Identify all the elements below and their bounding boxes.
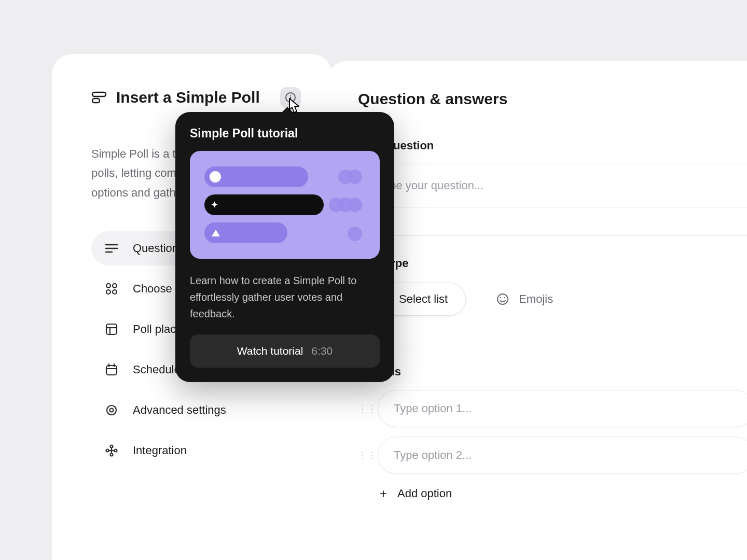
thumb-bar [204, 166, 308, 187]
svg-rect-12 [106, 324, 117, 334]
drag-handle-icon[interactable]: ⋮⋮ [358, 450, 368, 461]
left-panel-header: Insert a Simple Poll [91, 87, 301, 108]
calendar-icon [104, 362, 119, 377]
option-input-2[interactable] [378, 437, 747, 474]
add-option-button[interactable]: + Add option [380, 486, 747, 501]
grid-dots-icon [104, 281, 119, 297]
nav-item-integration[interactable]: Integration [91, 433, 301, 468]
left-panel-title: Insert a Simple Poll [116, 89, 260, 106]
nav-label: Schedule [133, 363, 181, 376]
svg-point-8 [106, 284, 110, 288]
right-panel-title: Question & answers [358, 90, 747, 108]
lines-icon [104, 241, 119, 256]
vote-type-label: Emojis [519, 292, 553, 306]
thumb-dots [348, 227, 362, 241]
tutorial-thumbnail: ✦ [190, 151, 380, 259]
popover-description: Learn how to create a Simple Poll to eff… [190, 272, 380, 322]
svg-point-11 [113, 290, 117, 294]
watch-label: Watch tutorial [237, 345, 303, 357]
tutorial-popover: Simple Poll tutorial ✦ Learn how to crea… [175, 112, 394, 382]
svg-point-22 [106, 450, 109, 452]
svg-point-9 [113, 284, 117, 288]
svg-rect-0 [92, 92, 106, 96]
watch-tutorial-button[interactable]: Watch tutorial 6:30 [190, 334, 380, 368]
option-row: ⋮⋮ [358, 390, 747, 427]
vote-type-label: Vote type [358, 257, 747, 270]
poll-icon [91, 90, 107, 105]
add-option-label: Add option [397, 487, 452, 500]
layout-icon [104, 321, 119, 337]
nav-label: Integration [133, 444, 187, 457]
svg-point-4 [290, 94, 291, 95]
svg-point-23 [115, 450, 117, 452]
thumb-dots [338, 170, 362, 184]
svg-point-30 [500, 297, 501, 298]
info-button[interactable] [280, 87, 301, 108]
svg-point-20 [110, 409, 114, 412]
vote-type-label: Select list [399, 292, 448, 306]
svg-rect-15 [106, 366, 117, 375]
emoji-icon [496, 292, 509, 306]
divider [358, 235, 747, 236]
popover-title: Simple Poll tutorial [190, 127, 380, 141]
svg-rect-1 [92, 99, 100, 103]
option-row: ⋮⋮ [358, 437, 747, 474]
integration-icon [104, 443, 119, 458]
svg-point-10 [106, 290, 110, 294]
nav-label: Advanced settings [133, 403, 226, 417]
thumb-bar: ✦ [204, 194, 324, 215]
options-list: ⋮⋮ ⋮⋮ + Add option [358, 390, 747, 501]
option-input-1[interactable] [378, 390, 747, 427]
options-label: Options [358, 365, 747, 379]
svg-point-19 [107, 405, 116, 415]
vote-type-row: Select list Emojis [358, 283, 747, 316]
question-label: Your question [358, 139, 747, 152]
question-input[interactable] [358, 164, 747, 207]
divider [358, 344, 747, 344]
drag-handle-icon[interactable]: ⋮⋮ [358, 403, 368, 414]
target-icon [104, 402, 119, 418]
svg-point-29 [497, 294, 508, 304]
thumb-dots [329, 198, 362, 212]
svg-point-31 [504, 297, 505, 298]
thumb-bar [204, 222, 287, 243]
nav-item-advanced-settings[interactable]: Advanced settings [91, 393, 301, 427]
info-icon [285, 92, 296, 103]
watch-duration: 6:30 [311, 345, 333, 357]
plus-icon: + [380, 486, 387, 501]
vote-type-emojis[interactable]: Emojis [478, 283, 571, 315]
svg-point-24 [110, 454, 113, 456]
svg-point-21 [110, 445, 113, 448]
